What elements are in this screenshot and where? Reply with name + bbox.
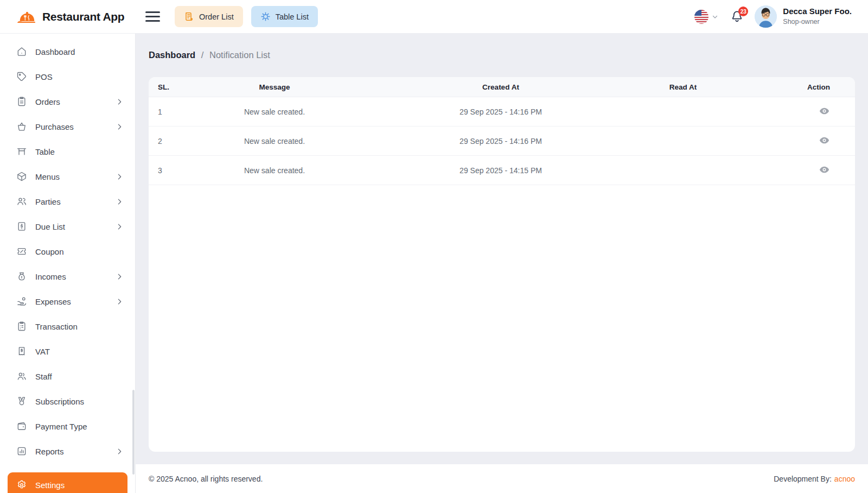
breadcrumb-page: Notification List [209,50,270,60]
invoice-icon [16,221,27,232]
clipboard-list-icon [16,321,27,332]
sidebar-item-due-list[interactable]: Due List [0,214,135,239]
main-area: Dashboard / Notification List SL. Messag… [136,34,868,493]
sidebar-item-parties[interactable]: Parties [0,189,135,214]
sidebar-scrollbar[interactable] [132,390,135,475]
breadcrumb-section[interactable]: Dashboard [149,50,195,60]
sidebar-item-pos[interactable]: POS [0,64,135,89]
sidebar: Dashboard POS Orders [0,34,136,493]
cell-created-at: 29 Sep 2025 - 14:16 PM [370,108,631,116]
chevron-right-icon [116,298,123,305]
wallet-icon [16,421,27,432]
usa-flag-icon [694,10,709,24]
sidebar-item-orders[interactable]: Orders [0,89,135,114]
chevron-right-icon [116,448,123,455]
view-notification-button[interactable] [819,164,830,175]
restaurant-cloche-icon [16,8,37,25]
sidebar-item-expenses[interactable]: Expenses [0,289,135,314]
sidebar-item-label: Parties [35,197,116,206]
receipt-icon [184,11,194,22]
development-by-label: Development By: [774,475,832,483]
column-header-read-at: Read At [631,83,735,91]
notifications-button[interactable]: 23 [730,10,744,23]
table-list-button[interactable]: Table List [251,6,318,27]
sidebar-item-reports[interactable]: Reports [0,439,135,464]
cell-message: New sale created. [179,108,370,116]
sidebar-item-label: Due List [35,222,116,231]
sidebar-item-dashboard[interactable]: Dashboard [0,39,135,64]
sidebar-item-label: Table [35,147,123,156]
user-avatar[interactable] [755,5,777,28]
sidebar-item-table[interactable]: Table [0,139,135,164]
table-header-row: SL. Message Created At Read At Action [149,77,855,97]
developer-link[interactable]: acnoo [834,475,855,483]
medal-icon [16,396,27,407]
sidebar-item-label: Menus [35,172,116,181]
user-name: Decca Super Foo. [783,7,852,17]
tag-icon [16,71,27,82]
user-info[interactable]: Decca Super Foo. Shop-owner [783,7,852,26]
development-credit: Development By:acnoo [774,475,855,483]
cell-message: New sale created. [179,166,370,175]
column-header-sl: SL. [149,83,179,91]
menu-toggle-icon[interactable] [145,11,160,22]
breadcrumb: Dashboard / Notification List [149,50,855,60]
sidebar-item-label: Expenses [35,297,116,306]
cell-sl: 3 [149,166,179,175]
sidebar-item-menus[interactable]: Menus [0,164,135,189]
column-header-created-at: Created At [370,83,631,91]
language-selector[interactable] [694,10,718,24]
eye-icon [819,164,830,175]
sidebar-item-subscriptions[interactable]: Subscriptions [0,389,135,414]
cell-message: New sale created. [179,137,370,146]
chevron-right-icon [116,223,123,230]
hand-money-icon [16,296,27,307]
app-title: Restaurant App [42,10,124,23]
basket-icon [16,121,27,132]
sidebar-item-label: VAT [35,347,123,356]
sidebar-item-purchases[interactable]: Purchases [0,114,135,139]
sidebar-item-label: Orders [35,97,116,106]
chevron-right-icon [116,123,123,130]
header-actions: 23 Decca Super Foo. Shop-owner [694,5,852,28]
sidebar-item-label: Purchases [35,122,116,131]
package-icon [16,171,27,182]
order-list-label: Order List [199,12,234,21]
sidebar-item-coupon[interactable]: Coupon [0,239,135,264]
sidebar-item-payment-type[interactable]: Payment Type [0,414,135,439]
sidebar-item-settings[interactable]: Settings [8,472,127,493]
chevron-down-icon [712,14,718,20]
view-notification-button[interactable] [819,135,830,146]
sidebar-item-incomes[interactable]: Incomes [0,264,135,289]
home-icon [16,46,27,57]
table-row: 2 New sale created. 29 Sep 2025 - 14:16 … [149,127,855,156]
order-list-button[interactable]: Order List [175,6,243,27]
table-row: 3 New sale created. 29 Sep 2025 - 14:15 … [149,156,855,185]
notification-count-badge: 23 [738,7,748,16]
column-header-action: Action [735,83,855,91]
cell-created-at: 29 Sep 2025 - 14:16 PM [370,137,631,146]
round-table-icon [260,11,271,22]
view-notification-button[interactable] [819,105,830,117]
footer: © 2025 Acnoo, all rights reserved. Devel… [136,464,868,493]
table-icon [16,146,27,157]
sidebar-item-label: Staff [35,372,123,381]
sidebar-item-label: Subscriptions [35,397,123,406]
chevron-right-icon [116,273,123,280]
sidebar-item-staff[interactable]: Staff [0,364,135,389]
eye-icon [819,135,830,146]
top-header: Restaurant App Order List Table List [0,0,868,34]
bar-chart-icon [16,446,27,457]
sidebar-item-label: Incomes [35,272,116,281]
chevron-right-icon [116,173,123,180]
sidebar-item-label: Settings [35,481,119,490]
notification-table-card: SL. Message Created At Read At Action 1 … [149,77,855,452]
sidebar-item-transaction[interactable]: Transaction [0,314,135,339]
sidebar-item-label: Transaction [35,322,123,331]
app-logo[interactable]: Restaurant App [16,8,140,25]
content-area: Dashboard / Notification List SL. Messag… [136,34,868,464]
sidebar-item-label: Reports [35,447,116,456]
sidebar-item-vat[interactable]: VAT [0,339,135,364]
money-bag-icon [16,271,27,282]
column-header-message: Message [179,83,370,91]
